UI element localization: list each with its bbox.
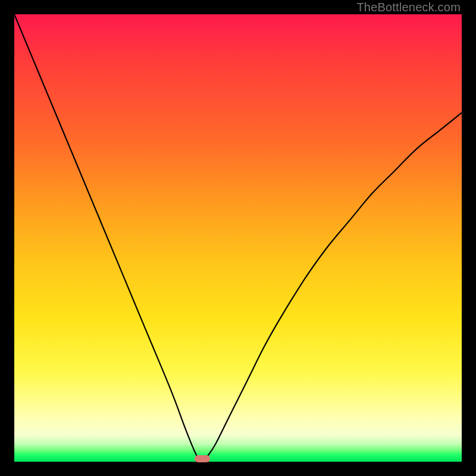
watermark-text: TheBottleneck.com	[356, 1, 461, 14]
bottleneck-marker	[195, 455, 210, 462]
chart-frame: TheBottleneck.com	[0, 0, 476, 476]
bottleneck-curve	[14, 14, 462, 462]
